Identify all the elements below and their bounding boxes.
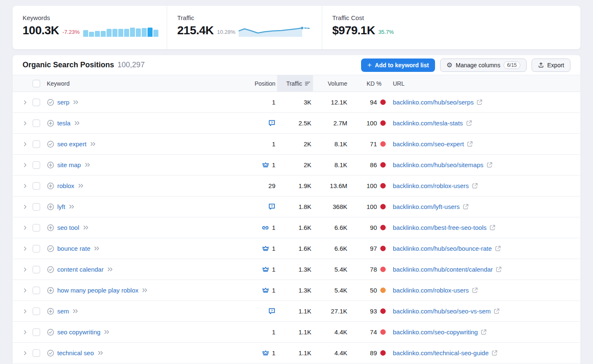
column-url[interactable]: URL xyxy=(387,75,580,92)
row-expand-button[interactable] xyxy=(18,308,32,314)
external-link-icon[interactable] xyxy=(472,287,478,293)
row-checkbox[interactable] xyxy=(33,245,40,252)
double-chevron-icon[interactable] xyxy=(72,308,79,314)
url-link[interactable]: backlinko.com/technical-seo-guide xyxy=(393,349,489,356)
double-chevron-icon[interactable] xyxy=(84,162,91,168)
traffic-value: 2K xyxy=(304,140,311,148)
row-checkbox[interactable] xyxy=(33,308,40,315)
row-expand-button[interactable] xyxy=(18,246,32,252)
plus-circle-icon xyxy=(47,182,54,190)
double-chevron-icon[interactable] xyxy=(72,99,79,105)
keyword-link[interactable]: site map xyxy=(57,161,81,168)
manage-columns-button[interactable]: ⚙ Manage columns 6/15 xyxy=(440,59,526,72)
row-expand-button[interactable] xyxy=(18,120,32,126)
keyword-link[interactable]: content calendar xyxy=(57,266,104,273)
url-link[interactable]: backlinko.com/hub/seo/serps xyxy=(393,99,473,106)
external-link-icon[interactable] xyxy=(486,162,493,168)
external-link-icon[interactable] xyxy=(467,141,473,147)
row-expand-button[interactable] xyxy=(18,225,32,231)
external-link-icon[interactable] xyxy=(481,329,487,335)
url-link[interactable]: backlinko.com/hub/seo/bounce-rate xyxy=(393,245,492,252)
add-to-keyword-list-button[interactable]: + Add to keyword list xyxy=(361,59,435,72)
double-chevron-icon[interactable] xyxy=(68,204,75,209)
row-checkbox[interactable] xyxy=(33,203,40,211)
double-chevron-icon[interactable] xyxy=(97,350,104,356)
url-link[interactable]: backlinko.com/seo-copywriting xyxy=(393,328,478,336)
double-chevron-icon[interactable] xyxy=(107,267,114,272)
keyword-link[interactable]: tesla xyxy=(57,120,71,127)
row-checkbox[interactable] xyxy=(33,140,40,148)
traffic-value: 1.6K xyxy=(298,224,311,231)
add-to-keyword-list-label: Add to keyword list xyxy=(375,62,429,69)
row-expand-button[interactable] xyxy=(18,204,32,210)
row-expand-button[interactable] xyxy=(18,183,32,189)
double-chevron-icon[interactable] xyxy=(141,288,148,293)
row-checkbox[interactable] xyxy=(33,99,40,106)
keyword-link[interactable]: seo copywriting xyxy=(57,328,100,336)
external-link-icon[interactable] xyxy=(466,120,472,126)
traffic-cost-change: 35.7% xyxy=(378,29,394,35)
row-checkbox[interactable] xyxy=(33,224,40,232)
row-checkbox[interactable] xyxy=(33,161,40,169)
column-traffic[interactable]: Traffic xyxy=(277,75,313,92)
row-expand-button[interactable] xyxy=(18,350,32,356)
keyword-link[interactable]: seo expert xyxy=(57,140,87,148)
keyword-link[interactable]: lyft xyxy=(57,203,65,210)
row-checkbox[interactable] xyxy=(33,120,40,127)
panel-header: Organic Search Positions 100,297 + Add t… xyxy=(13,55,580,75)
column-volume[interactable]: Volume xyxy=(313,75,349,92)
keyword-link[interactable]: seo tool xyxy=(57,224,79,231)
external-link-icon[interactable] xyxy=(463,204,469,210)
column-kd[interactable]: KD % xyxy=(349,75,387,92)
double-chevron-icon[interactable] xyxy=(103,329,110,335)
select-all-checkbox[interactable] xyxy=(33,80,40,87)
row-expand-button[interactable] xyxy=(18,99,32,105)
double-chevron-icon[interactable] xyxy=(74,120,81,126)
keyword-link[interactable]: bounce rate xyxy=(57,245,90,252)
double-chevron-icon[interactable] xyxy=(82,225,89,230)
row-checkbox[interactable] xyxy=(33,287,40,294)
keyword-link[interactable]: technical seo xyxy=(57,349,94,356)
url-link[interactable]: backlinko.com/roblox-users xyxy=(393,182,469,189)
kd-value: 50 xyxy=(370,287,377,294)
external-link-icon[interactable] xyxy=(491,350,498,356)
keyword-link[interactable]: sem xyxy=(57,308,69,315)
keyword-link[interactable]: how many people play roblox xyxy=(57,287,138,294)
table-body: serp13K12.1K94backlinko.com/hub/seo/serp… xyxy=(13,92,580,364)
row-expand-button[interactable] xyxy=(18,288,32,293)
url-link[interactable]: backlinko.com/seo-expert xyxy=(393,140,464,148)
double-chevron-icon[interactable] xyxy=(93,246,100,251)
external-link-icon[interactable] xyxy=(472,183,478,189)
row-expand-button[interactable] xyxy=(18,329,32,335)
keywords-stat: Keywords 100.3K -7.23% xyxy=(13,6,167,49)
row-checkbox[interactable] xyxy=(33,182,40,190)
row-checkbox[interactable] xyxy=(33,328,40,336)
url-link[interactable]: backlinko.com/hub/content/calendar xyxy=(393,266,493,273)
double-chevron-icon[interactable] xyxy=(89,141,97,147)
row-checkbox[interactable] xyxy=(33,349,40,357)
url-link[interactable]: backlinko.com/hub/seo/sitemaps xyxy=(393,161,484,168)
column-keyword[interactable]: Keyword xyxy=(47,75,240,92)
external-link-icon[interactable] xyxy=(489,224,496,231)
double-chevron-icon[interactable] xyxy=(77,183,84,188)
export-button[interactable]: Export xyxy=(532,59,570,72)
url-link[interactable]: backlinko.com/lyft-users xyxy=(393,203,460,210)
external-link-icon[interactable] xyxy=(494,308,500,314)
external-link-icon[interactable] xyxy=(476,99,483,105)
position-value: 1 xyxy=(272,287,275,294)
row-checkbox[interactable] xyxy=(33,266,40,273)
row-expand-button[interactable] xyxy=(18,267,32,272)
row-expand-button[interactable] xyxy=(18,162,32,168)
url-link[interactable]: backlinko.com/hub/seo/seo-vs-sem xyxy=(393,308,491,315)
row-expand-button[interactable] xyxy=(18,141,32,147)
traffic-value: 2K xyxy=(304,161,311,168)
external-link-icon[interactable] xyxy=(495,245,501,252)
keyword-link[interactable]: roblox xyxy=(57,182,74,189)
column-position[interactable]: Position xyxy=(240,75,277,92)
external-link-icon[interactable] xyxy=(496,266,502,272)
keyword-link[interactable]: serp xyxy=(57,99,69,106)
url-link[interactable]: backlinko.com/best-free-seo-tools xyxy=(393,224,486,231)
url-link[interactable]: backlinko.com/tesla-stats xyxy=(393,120,463,127)
kd-indicator-dot xyxy=(380,288,386,293)
url-link[interactable]: backlinko.com/roblox-users xyxy=(393,287,469,294)
